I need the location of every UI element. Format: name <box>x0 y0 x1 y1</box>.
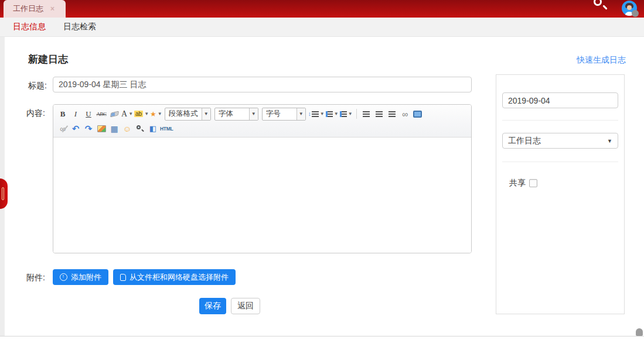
preview-icon[interactable] <box>134 123 146 135</box>
toolbar-separator <box>356 109 357 119</box>
align-center-icon[interactable] <box>373 108 385 120</box>
add-attachment-button[interactable]: 添加附件 <box>53 269 108 285</box>
italic-icon[interactable]: I <box>70 108 81 120</box>
bold-icon[interactable]: B <box>57 108 69 120</box>
panel-divider <box>502 162 618 162</box>
chevron-down-icon: ▼ <box>202 108 210 120</box>
scrollbar-thumb[interactable] <box>636 328 643 336</box>
fullscreen-icon[interactable] <box>412 108 424 120</box>
ordered-list-icon[interactable]: ▼ <box>326 108 339 120</box>
user-avatar[interactable] <box>622 1 637 16</box>
insert-image-icon[interactable] <box>96 123 107 135</box>
sub-navbar: 日志信息 日志检索 <box>0 18 644 37</box>
editor-content-area[interactable] <box>53 138 471 253</box>
chevron-down-icon: ▼ <box>297 108 305 120</box>
panel-divider <box>502 120 618 121</box>
log-type-select[interactable]: 工作日志 ▼ <box>502 133 618 149</box>
tab-label: 工作日志 <box>13 4 43 14</box>
top-bar: 工作日志 × <box>0 0 644 18</box>
align-left-icon[interactable] <box>360 108 372 120</box>
log-date-input[interactable] <box>502 92 618 108</box>
bottom-scrollbar-track[interactable] <box>0 336 644 340</box>
unordered-list-icon[interactable]: ▼ <box>340 108 353 120</box>
tab-log-search[interactable]: 日志检索 <box>63 22 96 32</box>
toolbar-row-1: B I U ABC A▼ ab▼ ★▼ 段落格式 ▼ 字体 ▼ 字号 ▼ ↕▼ … <box>56 107 468 121</box>
search-icon[interactable] <box>592 0 608 12</box>
chevron-down-icon: ▼ <box>607 138 612 144</box>
quick-format-wand-icon[interactable]: ★▼ <box>150 108 162 120</box>
line-height-icon[interactable]: ↕▼ <box>308 108 325 120</box>
log-options-panel: 工作日志 ▼ 共享 <box>496 74 625 314</box>
avatar-face <box>627 5 632 10</box>
sidebar-toggle-handle[interactable] <box>0 178 8 209</box>
select-from-cabinet-button[interactable]: 从文件柜和网络硬盘选择附件 <box>113 269 236 285</box>
editor-toolbar: B I U ABC A▼ ab▼ ★▼ 段落格式 ▼ 字体 ▼ 字号 ▼ ↕▼ … <box>53 105 471 138</box>
log-title-input[interactable] <box>53 77 472 92</box>
align-right-icon[interactable] <box>386 108 398 120</box>
paragraph-format-select[interactable]: 段落格式 ▼ <box>165 108 211 121</box>
title-label: 标题: <box>28 81 47 91</box>
font-family-select[interactable]: 字体 ▼ <box>214 108 258 121</box>
share-checkbox[interactable] <box>529 179 537 187</box>
footer-buttons: 保存 返回 <box>199 298 260 314</box>
unlink-icon[interactable]: ∞ <box>57 123 69 135</box>
upload-cloud-icon <box>60 273 67 281</box>
content-label: 内容: <box>26 108 45 119</box>
share-label: 共享 <box>509 178 526 188</box>
insert-link-icon[interactable]: ∞ <box>399 108 411 120</box>
remove-format-icon[interactable] <box>108 108 120 120</box>
file-icon <box>120 274 126 281</box>
redo-icon[interactable]: ↷ <box>83 123 94 135</box>
search-lens <box>594 0 602 6</box>
avatar-status-badge <box>632 10 639 17</box>
font-size-select[interactable]: 字号 ▼ <box>262 108 306 121</box>
quick-generate-log-link[interactable]: 快速生成日志 <box>577 55 626 66</box>
font-color-icon[interactable]: A▼ <box>121 108 133 120</box>
html-source-icon[interactable]: HTML <box>160 123 173 135</box>
chevron-down-icon: ▼ <box>249 108 258 120</box>
rich-text-editor: B I U ABC A▼ ab▼ ★▼ 段落格式 ▼ 字体 ▼ 字号 ▼ ↕▼ … <box>53 104 472 253</box>
eraser-icon <box>110 111 118 117</box>
tab-log-info[interactable]: 日志信息 <box>13 22 46 32</box>
highlight-color-icon[interactable]: ab▼ <box>134 108 149 120</box>
undo-icon[interactable]: ↶ <box>70 123 81 135</box>
attachment-label: 附件: <box>26 273 45 283</box>
attachment-buttons: 添加附件 从文件柜和网络硬盘选择附件 <box>53 269 236 285</box>
handle-grip-icon <box>2 187 4 200</box>
tab-work-log[interactable]: 工作日志 × <box>4 0 66 18</box>
share-option-row: 共享 <box>509 178 537 188</box>
strikethrough-icon[interactable]: ABC <box>96 108 107 120</box>
layout-panel-icon[interactable]: ◧ <box>147 123 159 135</box>
save-button[interactable]: 保存 <box>199 298 226 314</box>
underline-icon[interactable]: U <box>83 108 94 120</box>
tab-close-icon[interactable]: × <box>50 5 54 13</box>
emoticon-icon[interactable]: ☺ <box>121 123 133 135</box>
toolbar-row-2: ∞ ↶ ↷ ▦ ☺ ◧ HTML <box>56 121 468 136</box>
search-handle <box>602 5 607 9</box>
insert-table-icon[interactable]: ▦ <box>108 123 120 135</box>
back-button[interactable]: 返回 <box>231 298 260 314</box>
page-title: 新建日志 <box>28 53 68 66</box>
